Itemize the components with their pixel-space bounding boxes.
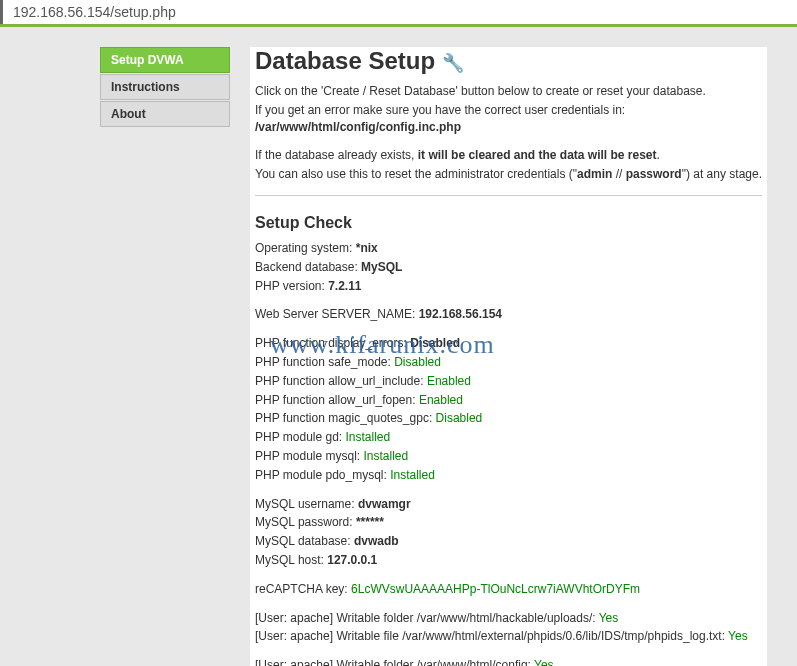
page-title: Database Setup 🔧 xyxy=(255,47,762,75)
sidebar-item-about[interactable]: About xyxy=(100,101,230,127)
divider xyxy=(255,195,762,196)
address-bar[interactable]: 192.168.56.154/setup.php xyxy=(0,0,797,24)
check-line: MySQL host: 127.0.0.1 xyxy=(255,552,762,569)
intro-text: If you get an error make sure you have t… xyxy=(255,102,762,136)
check-line: [User: apache] Writable folder /var/www/… xyxy=(255,657,762,666)
check-line: PHP function magic_quotes_gpc: Disabled xyxy=(255,410,762,427)
check-line: reCAPTCHA key: 6LcWVswUAAAAAHPp-TlOuNcLc… xyxy=(255,581,762,598)
check-line: Backend database: MySQL xyxy=(255,259,762,276)
check-line: PHP module mysql: Installed xyxy=(255,448,762,465)
wrench-icon: 🔧 xyxy=(442,53,464,73)
check-line: MySQL database: dvwadb xyxy=(255,533,762,550)
check-line: PHP function safe_mode: Disabled xyxy=(255,354,762,371)
section-title: Setup Check xyxy=(255,214,762,232)
check-line: Web Server SERVER_NAME: 192.168.56.154 xyxy=(255,306,762,323)
intro-text: Click on the 'Create / Reset Database' b… xyxy=(255,83,762,100)
check-line: MySQL password: ****** xyxy=(255,514,762,531)
check-line: PHP module gd: Installed xyxy=(255,429,762,446)
sidebar: Setup DVWA Instructions About xyxy=(100,47,230,666)
main-content: Database Setup 🔧 Click on the 'Create / … xyxy=(250,47,767,666)
sidebar-item-instructions[interactable]: Instructions xyxy=(100,74,230,100)
check-line: PHP function display_errors: Disabled xyxy=(255,335,762,352)
sidebar-item-setup[interactable]: Setup DVWA xyxy=(100,47,230,73)
check-line: PHP function allow_url_fopen: Enabled xyxy=(255,392,762,409)
check-line: MySQL username: dvwamgr xyxy=(255,496,762,513)
check-line: PHP version: 7.2.11 xyxy=(255,278,762,295)
check-line: [User: apache] Writable folder /var/www/… xyxy=(255,610,762,627)
intro-text: You can also use this to reset the admin… xyxy=(255,166,762,183)
intro-text: If the database already exists, it will … xyxy=(255,147,762,164)
check-line: PHP module pdo_mysql: Installed xyxy=(255,467,762,484)
check-line: [User: apache] Writable file /var/www/ht… xyxy=(255,628,762,645)
check-line: Operating system: *nix xyxy=(255,240,762,257)
check-line: PHP function allow_url_include: Enabled xyxy=(255,373,762,390)
